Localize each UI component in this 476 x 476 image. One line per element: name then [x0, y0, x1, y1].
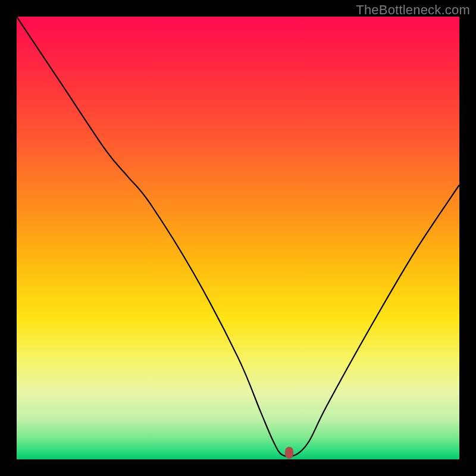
watermark-text: TheBottleneck.com	[356, 2, 470, 18]
chart-frame: TheBottleneck.com	[0, 0, 476, 476]
plot-area	[17, 17, 459, 459]
curve-layer	[17, 17, 459, 459]
bottleneck-curve	[17, 17, 459, 456]
optimum-marker	[285, 447, 293, 459]
